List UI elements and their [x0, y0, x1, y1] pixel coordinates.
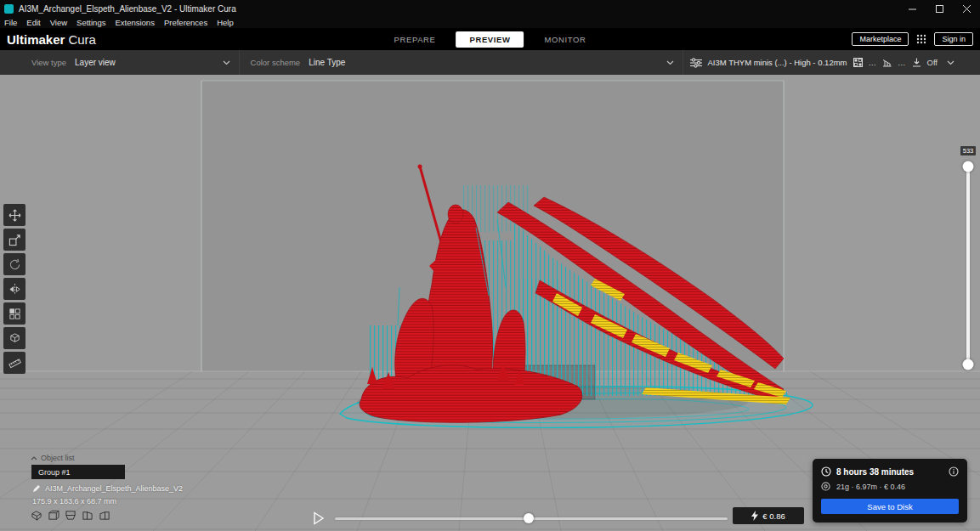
move-tool-button[interactable] — [3, 204, 25, 226]
clock-icon — [821, 466, 831, 477]
color-scheme-label: Color scheme — [251, 58, 301, 67]
object-list-label: Object list — [41, 454, 75, 462]
menu-preferences[interactable]: Preferences — [164, 18, 207, 27]
view-type-value: Layer view — [75, 58, 116, 67]
cura-window: AI3M_Archangel_Elspeth_Alienbase_V2 - Ul… — [0, 0, 980, 531]
close-button[interactable] — [953, 0, 980, 17]
layer-slider: 533 — [960, 146, 976, 384]
chevron-up-icon — [31, 456, 37, 460]
model-dimensions: 175.9 x 183.6 x 68.7 mm — [32, 497, 116, 506]
menu-view[interactable]: View — [50, 18, 67, 27]
left-view-icon[interactable] — [82, 510, 93, 521]
print-summary-panel: 8 hours 38 minutes 21g · 6.97m · € 0.46 … — [813, 459, 967, 523]
cura-app-icon — [4, 4, 14, 14]
cura-logo: UltimakerCura — [7, 32, 96, 47]
minimize-button[interactable] — [898, 0, 926, 17]
view-type-dropdown[interactable]: View type Layer view — [0, 50, 240, 75]
rotate-tool-button[interactable] — [3, 253, 25, 275]
scale-tool-button[interactable] — [3, 229, 25, 251]
isometric-view-icon[interactable] — [31, 510, 42, 521]
right-view-icon[interactable] — [99, 510, 110, 521]
support-blocker-button[interactable] — [3, 327, 25, 349]
adhesion-icon — [912, 58, 921, 67]
tab-preview[interactable]: PREVIEW — [456, 31, 524, 48]
mirror-tool-button[interactable] — [3, 278, 25, 300]
menu-file[interactable]: File — [4, 18, 17, 27]
front-view-icon[interactable] — [48, 510, 59, 521]
viewport-3d[interactable]: 533 Object list Group #1 AI3M_Archangel_… — [0, 75, 980, 531]
titlebar: AI3M_Archangel_Elspeth_Alienbase_V2 - Ul… — [0, 0, 980, 17]
logo-secondary: Cura — [68, 32, 96, 47]
menu-settings[interactable]: Settings — [76, 18, 105, 27]
path-slider-handle[interactable] — [524, 513, 534, 523]
tool-panel — [3, 204, 25, 374]
layer-number-badge: 533 — [960, 146, 976, 155]
measure-tool-button[interactable] — [3, 352, 25, 374]
chevron-down-icon — [223, 60, 230, 65]
print-config-text: AI3M THYM minis (...) - High - 0.12mm — [708, 58, 847, 67]
app-header: UltimakerCura PREPARE PREVIEW MONITOR Ma… — [0, 28, 980, 50]
adhesion-value: Off — [927, 58, 938, 67]
pencil-icon — [32, 484, 41, 493]
view-type-label: View type — [31, 58, 66, 67]
print-time: 8 hours 38 minutes — [836, 467, 943, 477]
stage-tabs: PREPARE PREVIEW MONITOR — [386, 31, 595, 48]
menubar: File Edit View Settings Extensions Prefe… — [0, 17, 980, 28]
model-name: AI3M_Archangel_Elspeth_Alienbase_V2 — [45, 484, 183, 493]
chevron-down-icon — [947, 60, 955, 65]
view-preset-icons — [31, 510, 110, 521]
tune-sliders-icon — [690, 58, 702, 68]
tab-prepare[interactable]: PREPARE — [386, 32, 445, 47]
layer-slider-top-handle[interactable] — [963, 161, 974, 172]
top-view-icon[interactable] — [65, 510, 76, 521]
infill-icon — [853, 58, 863, 67]
menu-help[interactable]: Help — [217, 18, 234, 27]
info-icon[interactable] — [949, 466, 959, 477]
play-button[interactable] — [313, 511, 325, 528]
object-list-toggle[interactable]: Object list — [31, 454, 75, 462]
header-right: Marketplace Sign in — [852, 32, 973, 46]
maximize-button[interactable] — [926, 0, 953, 17]
color-scheme-dropdown[interactable]: Color scheme Line Type — [240, 50, 683, 75]
layer-slider-bottom-handle[interactable] — [963, 359, 974, 370]
logo-primary: Ultimaker — [7, 32, 65, 47]
menu-extensions[interactable]: Extensions — [115, 18, 154, 27]
apps-grid-icon[interactable] — [916, 34, 926, 44]
lightning-icon — [751, 511, 758, 521]
view-options-bar: View type Layer view Color scheme Line T… — [0, 50, 980, 75]
color-scheme-value: Line Type — [309, 58, 345, 67]
save-to-disk-button[interactable]: Save to Disk — [821, 499, 959, 514]
cost-value: € 0.86 — [762, 511, 785, 521]
cost-badge: € 0.86 — [733, 507, 804, 524]
layer-slider-track[interactable] — [966, 167, 970, 364]
chevron-down-icon — [666, 60, 674, 65]
support-value: … — [898, 58, 906, 67]
support-icon — [882, 58, 892, 67]
window-controls — [898, 0, 980, 17]
per-model-settings-button[interactable] — [3, 302, 25, 325]
print-settings-summary[interactable]: AI3M THYM minis (...) - High - 0.12mm … … — [683, 50, 980, 75]
material-spool-icon — [821, 482, 830, 491]
object-group-item[interactable]: Group #1 — [31, 465, 125, 479]
tab-monitor[interactable]: MONITOR — [536, 32, 595, 47]
infill-value: … — [869, 58, 877, 67]
material-usage: 21g · 6.97m · € 0.46 — [836, 483, 905, 491]
model-name-row: AI3M_Archangel_Elspeth_Alienbase_V2 — [32, 484, 183, 493]
window-title: AI3M_Archangel_Elspeth_Alienbase_V2 - Ul… — [19, 4, 236, 14]
sign-in-button[interactable]: Sign in — [934, 32, 973, 46]
menu-edit[interactable]: Edit — [26, 18, 40, 27]
marketplace-button[interactable]: Marketplace — [852, 32, 909, 46]
